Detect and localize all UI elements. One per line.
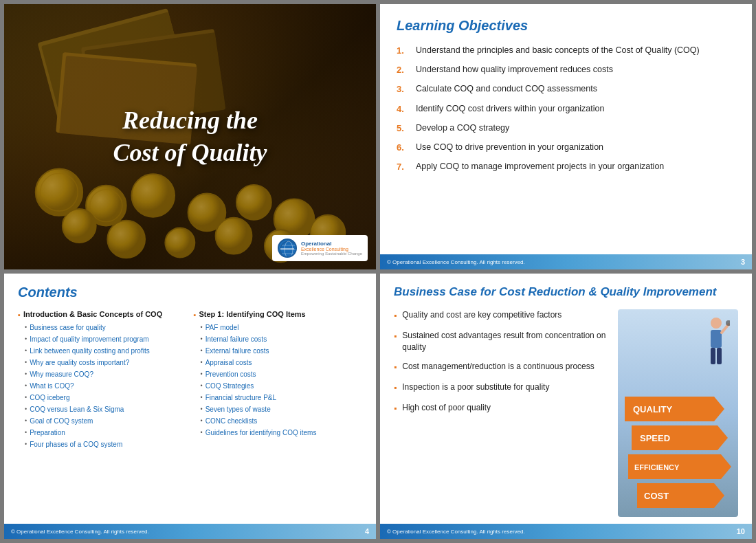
- slide-3: Contents Introduction & Basic Concepts o…: [4, 274, 376, 539]
- svg-rect-27: [711, 330, 722, 348]
- svg-text:EFFICIENCY: EFFICIENCY: [634, 463, 680, 472]
- list-item: Prevention costs: [201, 370, 363, 379]
- objective-4: Identify COQ cost drivers within your or…: [397, 103, 735, 115]
- slide-4: Business Case for Cost Reduction & Quali…: [380, 274, 752, 539]
- slide-number: 3: [741, 258, 745, 266]
- slide-2: Learning Objectives Understand the princ…: [380, 4, 752, 269]
- slide-4-body: Quality and cost are key competitive fac…: [394, 309, 738, 517]
- list-item: Why are quality costs important?: [25, 358, 187, 367]
- bullet-2: Sustained cost advantages result from co…: [394, 330, 611, 353]
- svg-rect-31: [717, 348, 722, 364]
- list-item: What is COQ?: [25, 381, 187, 390]
- bullet-1: Quality and cost are key competitive fac…: [394, 309, 611, 322]
- list-item: Business case for quality: [25, 323, 187, 332]
- svg-point-26: [711, 318, 722, 329]
- list-item: PAF model: [201, 323, 363, 332]
- slide-3-footer: © Operational Excellence Consulting. All…: [4, 524, 376, 539]
- objective-1: Understand the principles and basic conc…: [397, 45, 735, 57]
- slide-1-title-container: Reducing the Cost of Quality: [99, 91, 280, 183]
- slide-number: 10: [737, 527, 745, 535]
- list-item: Guidelines for identifying COQ items: [201, 428, 363, 437]
- list-item: COQ versus Lean & Six Sigma: [25, 405, 187, 414]
- bullet-4: Inspection is a poor substitute for qual…: [394, 381, 611, 394]
- quality-graphic: QUALITY SPEED EFFICIENCY COST: [618, 309, 738, 517]
- col1-list: Business case for quality Impact of qual…: [18, 323, 187, 449]
- svg-point-7: [36, 168, 82, 215]
- slide-2-content: Learning Objectives Understand the princ…: [380, 4, 752, 254]
- list-item: Four phases of a COQ system: [25, 440, 187, 449]
- globe-icon: [278, 239, 297, 258]
- list-item: COQ iceberg: [25, 393, 187, 402]
- logo-text: Operational Excellence Consulting Empowe…: [301, 241, 362, 256]
- objective-5: Develop a COQ strategy: [397, 122, 735, 135]
- person-figure: [702, 315, 730, 377]
- col2-header: Step 1: Identifying COQ Items: [194, 310, 363, 319]
- slide-1: $100: [4, 4, 376, 269]
- list-item: Seven types of waste: [201, 405, 363, 414]
- list-item: Impact of quality improvement program: [25, 335, 187, 344]
- contents-columns: Introduction & Basic Concepts of COQ Bus…: [18, 310, 362, 452]
- svg-text:QUALITY: QUALITY: [633, 404, 672, 414]
- slide-1-title: Reducing the Cost of Quality: [99, 91, 280, 183]
- bullet-5: High cost of poor quality: [394, 402, 611, 414]
- slide-1-logo: Operational Excellence Consulting Empowe…: [272, 235, 368, 261]
- list-item: Appraisal costs: [201, 358, 363, 367]
- contents-col-2: Step 1: Identifying COQ Items PAF model …: [194, 310, 363, 452]
- list-item: Why measure COQ?: [25, 370, 187, 379]
- svg-text:SPEED: SPEED: [640, 433, 670, 443]
- svg-line-28: [722, 324, 729, 333]
- svg-text:COST: COST: [644, 491, 669, 501]
- bullet-3: Cost management/reduction is a continuou…: [394, 361, 611, 373]
- objective-2: Understand how quality improvement reduc…: [397, 64, 735, 76]
- svg-point-17: [165, 228, 194, 257]
- slide-4-bullets: Quality and cost are key competitive fac…: [394, 309, 611, 517]
- footer-copyright: © Operational Excellence Consulting. All…: [387, 259, 525, 265]
- svg-point-15: [63, 209, 96, 243]
- slide-3-content: Contents Introduction & Basic Concepts o…: [4, 274, 376, 524]
- contents-col-1: Introduction & Basic Concepts of COQ Bus…: [18, 310, 187, 452]
- col1-header: Introduction & Basic Concepts of COQ: [18, 310, 187, 319]
- slide-2-title: Learning Objectives: [397, 18, 735, 34]
- slide-4-content: Business Case for Cost Reduction & Quali…: [380, 274, 752, 524]
- list-item: Link between quality costing and profits: [25, 346, 187, 355]
- list-item: Preparation: [25, 428, 187, 437]
- objective-7: Apply COQ to manage improvement projects…: [397, 161, 735, 173]
- svg-point-13: [236, 185, 271, 220]
- objective-6: Use COQ to drive prevention in your orga…: [397, 142, 735, 154]
- footer-copyright: © Operational Excellence Consulting. All…: [11, 529, 149, 535]
- objective-3: Calculate COQ and conduct COQ assessment…: [397, 83, 735, 96]
- list-item: CONC checklists: [201, 417, 363, 425]
- col2-list: PAF model Internal failure costs Externa…: [194, 323, 363, 437]
- slide-number: 4: [365, 527, 369, 535]
- list-item: External failure costs: [201, 346, 363, 355]
- slide-3-title: Contents: [18, 285, 362, 300]
- list-item: Goal of COQ system: [25, 417, 187, 425]
- slide-2-footer: © Operational Excellence Consulting. All…: [380, 254, 752, 269]
- list-item: Internal failure costs: [201, 335, 363, 344]
- list-item: COQ Strategies: [201, 381, 363, 390]
- arrow-signs-svg: QUALITY SPEED EFFICIENCY COST: [625, 397, 731, 510]
- footer-copyright: © Operational Excellence Consulting. All…: [387, 529, 525, 535]
- svg-point-16: [107, 221, 145, 258]
- list-item: Financial structure P&L: [201, 393, 363, 402]
- objectives-list: Understand the principles and basic conc…: [397, 45, 735, 173]
- svg-rect-30: [711, 348, 715, 364]
- slide-4-footer: © Operational Excellence Consulting. All…: [380, 524, 752, 539]
- svg-point-18: [216, 218, 252, 254]
- slide-4-title: Business Case for Cost Reduction & Quali…: [394, 285, 738, 300]
